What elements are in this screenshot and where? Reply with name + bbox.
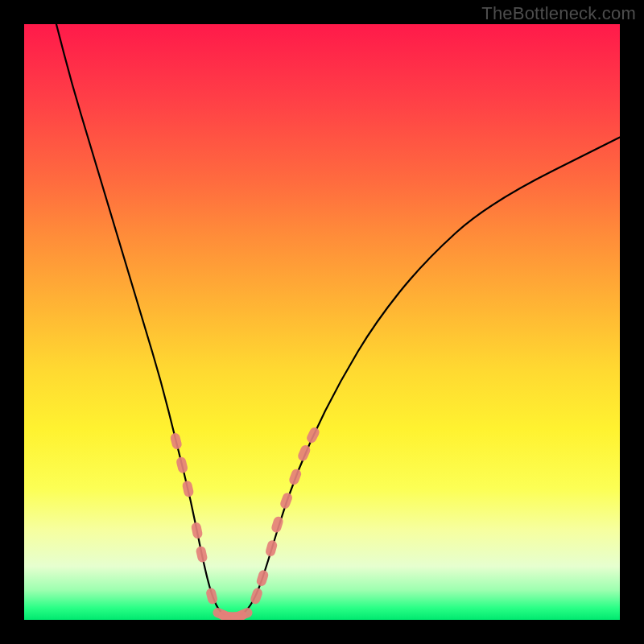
highlight-marker xyxy=(288,468,303,486)
highlight-right-dots xyxy=(250,426,321,605)
highlight-marker xyxy=(270,515,284,534)
highlight-marker xyxy=(305,426,321,444)
highlight-marker xyxy=(175,456,188,473)
watermark-text: TheBottleneck.com xyxy=(481,3,636,24)
chart-frame: TheBottleneck.com xyxy=(0,0,644,644)
highlight-marker xyxy=(205,587,218,605)
highlight-marker xyxy=(235,606,254,620)
highlight-marker xyxy=(191,522,204,539)
highlight-marker xyxy=(181,480,194,497)
highlight-marker xyxy=(169,432,182,450)
highlight-marker xyxy=(296,444,312,462)
highlight-marker xyxy=(255,569,269,588)
highlight-marker xyxy=(195,546,208,564)
chart-svg xyxy=(24,24,620,620)
bottleneck-curve xyxy=(56,24,620,616)
highlight-marker xyxy=(279,492,293,510)
highlight-bottom-dots xyxy=(212,606,254,620)
plot-area xyxy=(24,24,620,620)
highlight-marker xyxy=(265,539,279,557)
